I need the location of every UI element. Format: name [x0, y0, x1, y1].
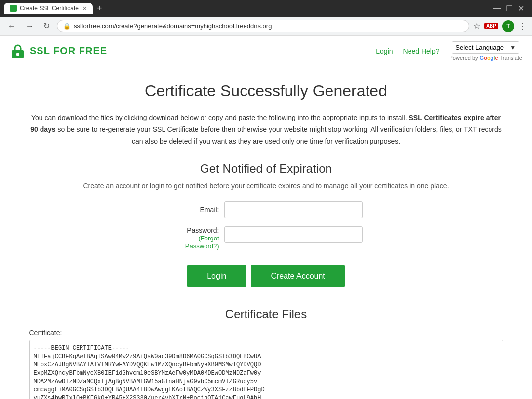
- translate-select-wrapper: Select Language ▼: [452, 41, 519, 54]
- address-bar[interactable]: 🔒 sslforfree.com/create?generate&domains…: [57, 20, 469, 32]
- back-button[interactable]: ←: [5, 21, 19, 32]
- notif-section-title: Get Notified of Expiration: [29, 162, 503, 176]
- cert-label: Certificate:: [29, 329, 503, 337]
- email-row: Email:: [170, 201, 363, 218]
- browser-menu-button[interactable]: ⋮: [518, 21, 527, 32]
- logo-text: SSL FOR FREE: [30, 45, 107, 57]
- page-title: Certificate Successfully Generated: [29, 82, 503, 100]
- google-logo: Google: [480, 55, 498, 61]
- browser-navbar: ← → ↻ 🔒 sslforfree.com/create?generate&d…: [0, 17, 532, 36]
- url-text: sslforfree.com/create?generate&domains=m…: [74, 22, 463, 30]
- login-form: Email: Password: (Forgot Password?): [29, 201, 503, 250]
- description-block: You can download the files by clicking d…: [29, 112, 503, 147]
- description-text-2: so be sure to re-generate your SSL Certi…: [56, 125, 502, 145]
- password-input[interactable]: [224, 226, 363, 243]
- certificate-textarea[interactable]: [29, 340, 503, 399]
- user-avatar[interactable]: T: [502, 20, 514, 32]
- cert-section-title: Certificate Files: [29, 307, 503, 321]
- page-content: SSL FOR FREE Login Need Help? Select Lan…: [0, 36, 532, 399]
- email-input[interactable]: [224, 201, 363, 218]
- tab-title: Create SSL Certificate: [20, 5, 79, 12]
- password-row: Password: (Forgot Password?): [170, 226, 363, 250]
- language-select[interactable]: Select Language: [452, 42, 507, 53]
- chevron-down-icon: ▼: [507, 42, 519, 53]
- certificate-section: Certificate Files Certificate:: [29, 307, 503, 399]
- create-account-button[interactable]: Create Account: [251, 265, 344, 287]
- login-link[interactable]: Login: [376, 47, 393, 55]
- forward-button[interactable]: →: [23, 21, 37, 32]
- browser-titlebar: Create SSL Certificate ✕ + — ☐ ✕: [0, 0, 532, 17]
- svg-rect-1: [16, 53, 19, 56]
- login-button[interactable]: Login: [187, 265, 246, 287]
- description-text-1: You can download the files by clicking d…: [31, 114, 407, 121]
- password-label-group: Password: (Forgot Password?): [170, 226, 219, 250]
- tab-favicon: [10, 5, 17, 12]
- help-link[interactable]: Need Help?: [403, 47, 440, 55]
- close-button[interactable]: ✕: [518, 4, 524, 13]
- translate-widget: Select Language ▼ Powered by Google Tran…: [450, 41, 523, 61]
- adblock-badge: ABP: [484, 23, 498, 29]
- password-label: Password:: [170, 226, 219, 234]
- browser-tab[interactable]: Create SSL Certificate ✕: [4, 3, 93, 14]
- logo-icon: [10, 43, 26, 59]
- action-buttons: Login Create Account: [29, 265, 503, 287]
- refresh-button[interactable]: ↻: [41, 20, 53, 32]
- notif-description: Create an account or login to get notifi…: [29, 182, 503, 190]
- powered-by-text: Powered by Google Translate: [450, 55, 523, 61]
- tab-close-button[interactable]: ✕: [82, 5, 87, 12]
- new-tab-button[interactable]: +: [97, 3, 102, 14]
- bookmark-icon[interactable]: ☆: [473, 21, 480, 31]
- browser-actions: ☆ ABP T ⋮: [473, 20, 527, 32]
- header-nav: Login Need Help? Select Language ▼ Power…: [376, 41, 522, 61]
- minimize-button[interactable]: —: [493, 4, 501, 13]
- email-label: Email:: [170, 206, 219, 214]
- forgot-password-link[interactable]: (Forgot Password?): [185, 235, 219, 250]
- site-header: SSL FOR FREE Login Need Help? Select Lan…: [0, 36, 532, 67]
- lock-icon: 🔒: [63, 23, 71, 30]
- main-content: Certificate Successfully Generated You c…: [9, 67, 523, 399]
- restore-button[interactable]: ☐: [506, 4, 513, 13]
- logo-container: SSL FOR FREE: [10, 43, 107, 59]
